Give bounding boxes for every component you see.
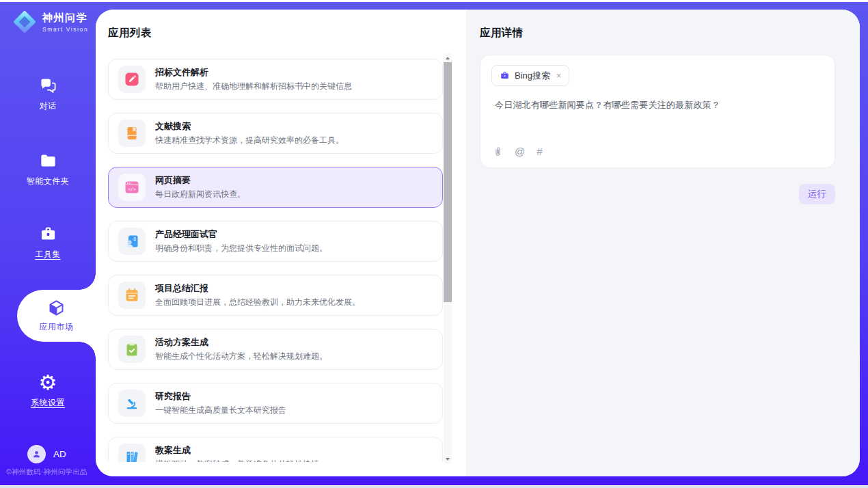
folder-icon [39,152,57,170]
run-button[interactable]: 运行 [799,184,835,204]
app-card-title: 网页摘要 [155,174,245,187]
app-list: 招标文件解析帮助用户快速、准确地理解和解析招标书中的关键信息文献搜索快速精准查找… [108,59,443,462]
sidebar-footer: ©神州数码·神州问学出品 [6,467,87,477]
app-detail-title: 应用详情 [480,26,524,40]
brand-subtitle: Smart Vision [42,26,88,33]
app-card-7[interactable]: 研究报告一键智能生成高质量长文本研究报告 [108,383,443,424]
briefcase-icon [500,70,510,81]
brand-diamond-icon [12,10,37,34]
paperclip-icon[interactable] [493,146,503,157]
toolbox-icon [39,225,57,243]
sidebar-item-label: 系统设置 [31,397,65,409]
clipboard-check-icon [118,336,146,363]
browser-code-icon: </> [118,174,146,201]
scroll-up-button[interactable] [444,53,452,62]
app-card-title: 活动方案生成 [155,336,327,349]
app-card-description: 一键智能生成高质量长文本研究报告 [155,405,286,416]
sidebar-item-3[interactable]: 工具集 [0,225,96,260]
report-icon [118,282,146,309]
books-icon [118,444,146,462]
close-icon[interactable]: × [556,71,561,81]
content-area: 应用列表 招标文件解析帮助用户快速、准确地理解和解析招标书中的关键信息文献搜索快… [96,10,860,476]
app-card-description: 快速精准查找学术资源，提高研究效率的必备工具。 [155,135,344,146]
person-icon [31,449,42,459]
scroll-down-button[interactable] [444,455,452,463]
brand-logo: 神州问学 Smart Vision [12,10,88,34]
app-card-description: 全面回顾项目进展，总结经验教训，助力未来优化发展。 [155,297,360,308]
user-label: AD [53,449,66,459]
tool-tag-bing-search[interactable]: Bing搜索 × [491,65,569,86]
app-card-title: 文献搜索 [155,120,344,133]
app-card-title: 招标文件解析 [155,66,352,79]
book-icon [118,120,146,147]
hash-icon[interactable]: # [537,146,542,157]
app-card-3[interactable]: </>网页摘要每日政府新闻资讯快查。 [108,167,443,208]
app-card-description: 智能生成个性化活动方案，轻松解决规划难题。 [155,351,327,362]
app-detail-panel: 应用详情 Bing搜索 × 今日湖北有哪些新闻要点？有哪些需要关注的最新政策？ … [466,10,860,476]
app-card-title: 研究报告 [155,390,286,403]
sidebar-item-2[interactable]: 智能文件夹 [0,152,96,187]
edit-square-icon [118,66,146,93]
app-card-description: 帮助用户快速、准确地理解和解析招标书中的关键信息 [155,81,352,92]
app-list-title: 应用列表 [108,26,152,40]
sidebar-item-label: 智能文件夹 [27,176,70,187]
sidebar-item-5[interactable]: ⚙系统设置 [0,373,96,409]
app-list-scrollbar[interactable] [444,53,452,463]
app-card-description: 明确身份和职责，为您提供专业性的面试问题。 [155,243,327,254]
app-card-4[interactable]: 产品经理面试官明确身份和职责，为您提供专业性的面试问题。 [108,221,443,262]
scroll-up-icon [446,57,450,59]
scrollbar-thumb[interactable] [444,62,452,302]
app-card-title: 项目总结汇报 [155,282,360,295]
app-card-1[interactable]: 招标文件解析帮助用户快速、准确地理解和解析招标书中的关键信息 [108,59,443,100]
app-card-description: 每日政府新闻资讯快查。 [155,189,245,200]
app-card-6[interactable]: 活动方案生成智能生成个性化活动方案，轻松解决规划难题。 [108,329,443,370]
app-frame: 神州问学 Smart Vision 对话智能文件夹工具集应用市场⚙系统设置 AD… [0,2,868,485]
user-account[interactable]: AD [27,445,66,463]
microscope-icon [118,390,146,417]
avatar [27,445,46,463]
app-card-description: 模板驱动，教案秒成，教学准备从此轻松快捷 [155,459,319,462]
scroll-down-icon [446,458,450,461]
brand-name: 神州问学 [42,12,88,25]
query-input-card[interactable]: Bing搜索 × 今日湖北有哪些新闻要点？有哪些需要关注的最新政策？ @# [480,55,835,168]
sidebar-item-4[interactable]: 应用市场 [17,290,96,342]
tool-tag-label: Bing搜索 [515,70,550,82]
input-toolbar: @# [493,146,543,157]
at-icon[interactable]: @ [515,146,525,157]
app-card-8[interactable]: 教案生成模板驱动，教案秒成，教学准备从此轻松快捷 [108,437,443,462]
cube-icon [47,299,66,317]
app-list-panel: 应用列表 招标文件解析帮助用户快速、准确地理解和解析招标书中的关键信息文献搜索快… [96,10,466,476]
query-text: 今日湖北有哪些新闻要点？有哪些需要关注的最新政策？ [495,99,720,111]
sidebar-item-1[interactable]: 对话 [0,77,96,112]
gear-icon: ⚙ [39,373,57,392]
sidebar-item-label: 对话 [40,100,57,112]
interview-icon [118,228,146,255]
sidebar-item-label: 工具集 [35,249,61,260]
app-card-title: 教案生成 [155,444,319,457]
app-card-title: 产品经理面试官 [155,228,327,241]
app-card-5[interactable]: 项目总结汇报全面回顾项目进展，总结经验教训，助力未来优化发展。 [108,275,443,316]
sidebar: 神州问学 Smart Vision 对话智能文件夹工具集应用市场⚙系统设置 AD… [0,2,96,485]
sidebar-item-label: 应用市场 [40,321,74,333]
svg-text:</>: </> [128,187,136,192]
app-card-2[interactable]: 文献搜索快速精准查找学术资源，提高研究效率的必备工具。 [108,113,443,154]
chat-icon [39,77,57,95]
